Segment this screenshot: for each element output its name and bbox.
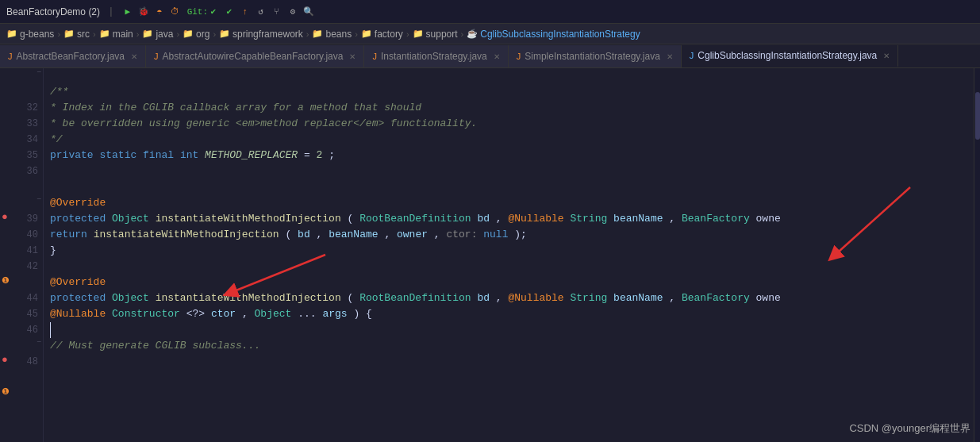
run-gutter-icon2[interactable]: ❶: [2, 386, 10, 398]
folder-icon: 📁: [63, 29, 75, 39]
folder-icon: 📁: [361, 29, 372, 39]
code-token: String: [570, 213, 607, 225]
tab-close-icon[interactable]: ✕: [667, 52, 673, 61]
profile-icon[interactable]: ⏱: [170, 6, 181, 17]
tab-close-icon[interactable]: ✕: [131, 52, 137, 61]
code-token: <?>: [186, 308, 211, 320]
code-token: return: [50, 229, 87, 240]
editor-area: ● ❶ ● ❶ − − − 32 33 34 35 36 39 40 41 42…: [0, 68, 980, 442]
bc-src[interactable]: 📁 src: [63, 29, 90, 40]
tab-instantiation-strategy[interactable]: J InstantiationStrategy.java ✕: [364, 45, 508, 67]
bc-support[interactable]: 📁 support: [413, 29, 458, 40]
tab-label: AbstractAutowireCapableBeanFactory.java: [163, 51, 344, 62]
code-line: protected Object instantiateWithMethodIn…: [50, 290, 967, 306]
breakpoint-icon[interactable]: ●: [2, 211, 8, 223]
git-pull-icon[interactable]: ↺: [256, 6, 267, 17]
tab-close-icon[interactable]: ✕: [883, 52, 890, 60]
tab-java-icon: J: [517, 52, 521, 61]
code-token: ,: [434, 229, 447, 240]
git-push-icon[interactable]: ↑: [240, 6, 251, 17]
code-line: return instantiateWithMethodInjection ( …: [50, 227, 967, 243]
vertical-scrollbar[interactable]: [974, 68, 980, 442]
tab-simple-instantiation[interactable]: J SimpleInstantiationStrategy.java ✕: [509, 45, 682, 67]
tab-cglib-instantiation[interactable]: J CglibSubclassingInstantiationStrategy.…: [682, 45, 898, 67]
code-line: protected Object instantiateWithMethodIn…: [50, 211, 967, 227]
code-token: bd: [298, 229, 310, 240]
tab-abstractautowire[interactable]: J AbstractAutowireCapableBeanFactory.jav…: [146, 45, 364, 67]
folder-icon: 📁: [142, 29, 153, 39]
line-num: [33, 179, 38, 195]
code-token: ctor: [211, 308, 236, 320]
bc-beans[interactable]: 📁 beans: [312, 29, 352, 40]
line-num: 42: [27, 259, 38, 275]
tb-sep: |: [108, 6, 114, 17]
bc-springframework[interactable]: 📁 springframework: [219, 29, 303, 40]
code-token: @Nullable: [50, 308, 106, 320]
code-token: 2: [317, 149, 323, 161]
tab-abstractbeanfactory[interactable]: J AbstractBeanFactory.java ✕: [0, 45, 146, 67]
bc-sep: ›: [355, 29, 358, 39]
run-icon[interactable]: ▶: [122, 6, 133, 17]
bc-sep: ›: [306, 29, 309, 39]
code-token: owne: [756, 292, 781, 304]
breakpoint-icon2[interactable]: ●: [2, 354, 8, 366]
line-num: 48: [27, 354, 38, 370]
code-token: int: [180, 149, 198, 161]
search-icon[interactable]: 🔍: [303, 6, 314, 17]
line-num: 45: [27, 306, 38, 322]
git-merge-icon[interactable]: ✔: [224, 6, 235, 17]
code-token: // Must generate CGLIB subclass...: [50, 340, 260, 352]
fold-icon3[interactable]: −: [37, 338, 41, 347]
tab-close-icon[interactable]: ✕: [349, 52, 355, 61]
bc-g-beans[interactable]: 📁 g-beans: [6, 29, 54, 40]
git-tick-icon[interactable]: ✔: [208, 6, 219, 17]
bc-java[interactable]: 📁 java: [142, 29, 173, 40]
code-token: RootBeanDefinition: [359, 213, 471, 225]
code-token: @Override: [50, 276, 106, 288]
run-gutter-icon[interactable]: ❶: [2, 275, 10, 286]
code-token: ,: [242, 308, 255, 320]
bc-label: springframework: [233, 29, 303, 40]
bc-factory[interactable]: 📁 factory: [361, 29, 403, 40]
java-icon: ☕: [467, 29, 478, 39]
bc-label: CglibSubclassingInstantiationStrategy: [480, 29, 640, 40]
coverage-icon[interactable]: ☂: [154, 6, 165, 17]
code-token: BeanFactory: [682, 213, 750, 225]
debug-icon[interactable]: 🐞: [138, 6, 149, 17]
fold-icon[interactable]: −: [37, 68, 41, 77]
folder-icon: 📁: [6, 29, 17, 39]
code-token: @Nullable: [508, 213, 563, 225]
line-num: 34: [27, 132, 38, 148]
git-check-icon[interactable]: Git:: [192, 6, 203, 17]
bc-label: org: [196, 29, 209, 40]
code-token: Object: [255, 308, 292, 320]
tab-close-icon[interactable]: ✕: [494, 52, 500, 61]
code-line: */: [50, 132, 967, 148]
code-token: beanName: [613, 213, 663, 225]
bc-org[interactable]: 📁 org: [183, 29, 209, 40]
code-token: instantiateWithMethodInjection: [94, 229, 279, 240]
folder-icon: 📁: [99, 29, 110, 39]
tab-java-icon: J: [372, 52, 377, 61]
scrollbar-thumb[interactable]: [975, 92, 980, 140]
bc-label: main: [113, 29, 133, 40]
bc-cglib[interactable]: ☕ CglibSubclassingInstantiationStrategy: [467, 29, 640, 40]
code-token: @Override: [50, 197, 106, 209]
code-line: @Override: [50, 275, 967, 290]
code-token: protected: [50, 213, 106, 225]
code-token: RootBeanDefinition: [359, 292, 471, 304]
code-token: @Nullable: [508, 292, 563, 304]
code-token: (: [285, 229, 291, 240]
code-token: Object: [112, 213, 149, 225]
bc-main[interactable]: 📁 main: [99, 29, 133, 40]
bc-sep: ›: [57, 29, 60, 39]
code-token: ...: [298, 308, 322, 320]
fold-icon2[interactable]: −: [37, 195, 41, 204]
git-branch-icon[interactable]: ⑂: [271, 6, 282, 17]
code-token: ) {: [353, 308, 371, 320]
code-token: static: [99, 149, 136, 161]
line-num: 35: [27, 148, 38, 163]
code-token: args: [322, 308, 347, 320]
build-icon[interactable]: ⚙: [287, 6, 298, 17]
code-token: instantiateWithMethodInjection: [156, 292, 341, 304]
